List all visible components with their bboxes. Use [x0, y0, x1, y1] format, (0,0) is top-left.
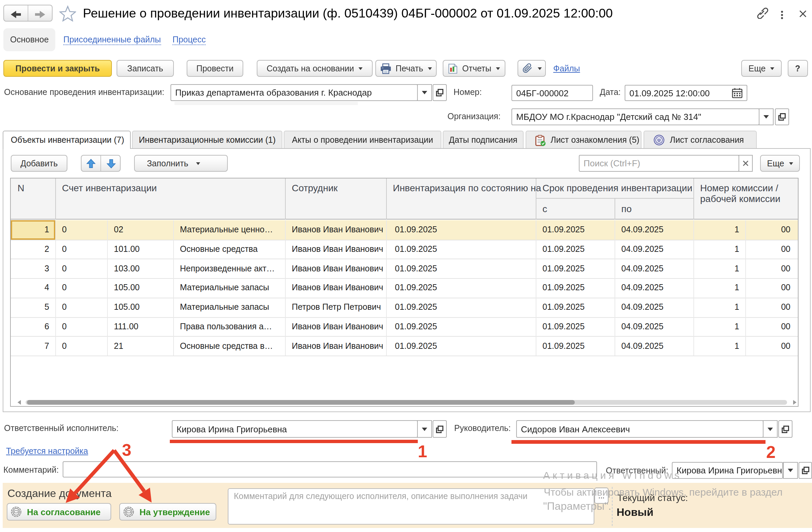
svg-text:2: 2	[766, 443, 775, 462]
svg-text:1: 1	[418, 442, 427, 461]
svg-text:3: 3	[122, 441, 131, 460]
